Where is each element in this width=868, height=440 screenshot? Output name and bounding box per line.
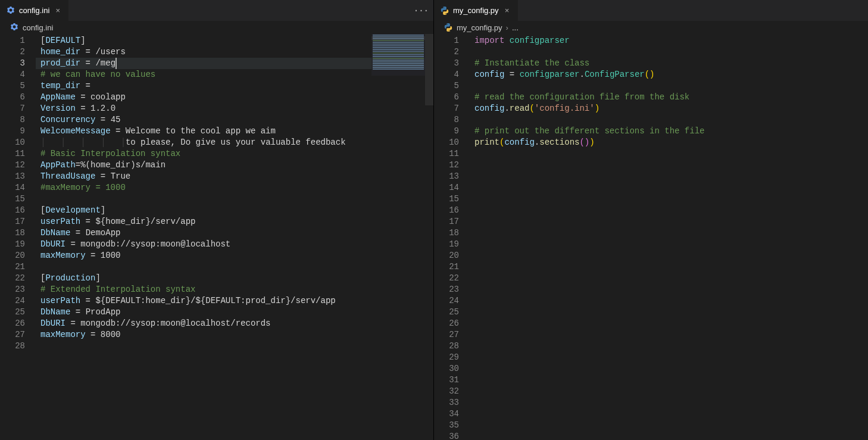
python-icon — [444, 23, 453, 32]
tab-label: my_config.py — [453, 6, 499, 15]
editor-left[interactable]: 1234567891011121314151617181920212223242… — [0, 34, 433, 440]
editor-right[interactable]: 1234567891011121314151617181920212223242… — [434, 34, 868, 440]
breadcrumb-right[interactable]: my_config.py › ... — [434, 21, 868, 34]
breadcrumb-left[interactable]: config.ini — [0, 21, 433, 34]
tab-bar-right: my_config.py × — [434, 0, 868, 21]
line-number-gutter: 1234567891011121314151617181920212223242… — [434, 34, 470, 440]
chevron-right-icon: › — [506, 23, 508, 32]
close-icon[interactable]: × — [53, 6, 63, 15]
tab-config-ini[interactable]: config.ini × — [0, 0, 69, 21]
python-icon — [440, 6, 449, 15]
scrollbar-vertical[interactable] — [425, 34, 433, 440]
tab-actions-left[interactable]: ··· — [414, 0, 433, 21]
editor-pane-left: config.ini × ··· config.ini 123456789101… — [0, 0, 434, 440]
more-actions-icon[interactable]: ··· — [414, 6, 429, 15]
gear-icon — [10, 23, 19, 32]
breadcrumb-more[interactable]: ... — [512, 23, 519, 32]
breadcrumb-file[interactable]: my_config.py — [457, 23, 502, 32]
gear-icon — [6, 6, 15, 15]
line-number-gutter: 1234567891011121314151617181920212223242… — [0, 34, 36, 440]
tab-label: config.ini — [19, 6, 49, 15]
close-icon[interactable]: × — [502, 6, 512, 15]
breadcrumb-file[interactable]: config.ini — [23, 23, 53, 32]
code-area-right[interactable]: import configparser# Instantiate the cla… — [470, 34, 868, 440]
tab-my-config-py[interactable]: my_config.py × — [434, 0, 519, 21]
editor-pane-right: my_config.py × my_config.py › ... 123456… — [434, 0, 868, 440]
code-area-left[interactable]: [DEFAULT]home_dir = /usersprod_dir = /me… — [36, 34, 433, 440]
tab-bar-left: config.ini × ··· — [0, 0, 433, 21]
minimap[interactable] — [371, 34, 425, 76]
